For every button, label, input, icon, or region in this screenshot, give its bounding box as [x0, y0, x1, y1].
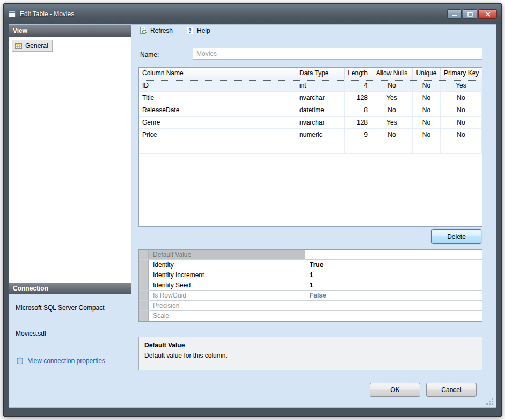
cell-primary-key[interactable]: No: [441, 104, 482, 116]
cell-length[interactable]: 9: [345, 129, 371, 141]
cell-unique[interactable]: No: [413, 92, 441, 104]
property-row-indicator: [139, 270, 149, 280]
property-row-indicator: [139, 250, 149, 259]
sidebar: View General Connection Microsoft SQL Se…: [9, 25, 131, 407]
cell-primary-key[interactable]: No: [441, 92, 482, 104]
cell-length[interactable]: 8: [345, 104, 371, 116]
grid-header-allow-nulls[interactable]: Allow Nulls: [371, 68, 413, 79]
property-value[interactable]: 1: [305, 270, 482, 280]
cell-length[interactable]: 128: [345, 117, 371, 128]
grid-header-column-name[interactable]: Column Name: [139, 68, 296, 79]
grid-header-length[interactable]: Length: [345, 68, 371, 79]
cell-name[interactable]: ReleaseDate: [139, 104, 296, 116]
connection-section-header: Connection: [9, 283, 131, 294]
cell-allow-nulls[interactable]: Yes: [371, 92, 413, 104]
columns-grid-header: Column Name Data Type Length Allow Nulls…: [139, 68, 482, 79]
cell-allow-nulls[interactable]: Yes: [371, 117, 413, 128]
connection-section: Microsoft SQL Server Compact Movies.sdf …: [9, 294, 131, 407]
description-text: Default value for this column.: [144, 352, 477, 359]
property-row-identity-seed[interactable]: Identity Seed1: [139, 280, 482, 291]
property-label: Default Value: [149, 250, 305, 259]
cell-primary-key[interactable]: No: [441, 117, 482, 128]
cell-primary-key[interactable]: No: [441, 129, 482, 141]
cell-name[interactable]: ID: [139, 79, 296, 91]
property-row-indicator: [139, 280, 149, 290]
property-row-indicator: [139, 301, 149, 310]
dialog-content: View General Connection Microsoft SQL Se…: [9, 24, 496, 408]
property-row-identity[interactable]: IdentityTrue: [139, 260, 482, 270]
cell-unique[interactable]: No: [413, 104, 441, 116]
table-name-input[interactable]: [193, 48, 482, 60]
minimize-icon: [452, 12, 457, 17]
cell-unique[interactable]: [413, 141, 441, 153]
cell-type[interactable]: int: [296, 79, 345, 91]
property-label: Precision: [149, 301, 305, 310]
cell-name[interactable]: Price: [139, 129, 296, 141]
cell-unique[interactable]: No: [413, 79, 441, 91]
cell-length[interactable]: 4: [345, 79, 371, 91]
view-section-header: View: [9, 25, 131, 37]
cell-primary-key[interactable]: Yes: [441, 79, 482, 91]
property-value: [305, 301, 482, 310]
help-button[interactable]: ? Help: [184, 26, 213, 35]
edit-table-dialog: Edit Table - Movies View General Connect: [3, 3, 502, 417]
column-row-title[interactable]: Titlenvarchar128YesNoNo: [139, 92, 482, 104]
cell-length[interactable]: [345, 141, 371, 153]
refresh-button[interactable]: Refresh: [137, 26, 175, 35]
column-row-price[interactable]: Pricenumeric9NoNoNo: [139, 129, 482, 141]
property-row-indicator: [139, 260, 149, 270]
cell-name[interactable]: [139, 141, 296, 153]
property-label: Identity: [149, 260, 305, 270]
cancel-button[interactable]: Cancel: [426, 383, 477, 397]
close-icon: [485, 12, 491, 17]
cell-allow-nulls[interactable]: No: [371, 79, 413, 91]
cell-allow-nulls[interactable]: No: [371, 104, 413, 116]
cell-primary-key[interactable]: [441, 141, 482, 153]
cell-allow-nulls[interactable]: [371, 141, 413, 153]
property-value[interactable]: True: [305, 260, 482, 270]
ok-button[interactable]: OK: [370, 383, 420, 397]
cell-type[interactable]: [296, 141, 345, 153]
property-label: Is RowGuid: [149, 291, 305, 300]
cell-name[interactable]: Genre: [139, 117, 296, 128]
property-row-default-value: Default Value: [139, 250, 482, 260]
close-button[interactable]: [478, 9, 497, 19]
column-row-genre[interactable]: Genrenvarchar128YesNoNo: [139, 117, 482, 129]
cell-type[interactable]: numeric: [296, 129, 345, 141]
maximize-button[interactable]: [463, 9, 477, 19]
cell-allow-nulls[interactable]: No: [371, 129, 413, 141]
svg-text:?: ?: [188, 28, 192, 34]
cell-unique[interactable]: No: [413, 117, 441, 128]
property-value: [305, 311, 482, 321]
properties-grid: Default ValueIdentityTrueIdentity Increm…: [138, 249, 482, 322]
delete-button[interactable]: Delete: [431, 229, 481, 244]
property-row-indicator: [139, 291, 149, 300]
sidebar-item-general[interactable]: General: [12, 40, 53, 52]
view-connection-properties-link[interactable]: View connection properties: [28, 357, 105, 365]
grid-header-primary-key[interactable]: Primary Key: [441, 68, 482, 79]
property-row-identity-increment[interactable]: Identity Increment1: [139, 270, 482, 280]
minimize-button[interactable]: [447, 9, 462, 19]
description-title: Default Value: [144, 342, 477, 349]
property-row-precision: Precision: [139, 301, 482, 311]
cell-type[interactable]: nvarchar: [296, 92, 345, 104]
cell-type[interactable]: datetime: [296, 104, 345, 116]
help-label: Help: [197, 27, 210, 34]
cell-name[interactable]: Title: [139, 92, 296, 104]
cell-unique[interactable]: No: [413, 129, 441, 141]
cell-length[interactable]: 128: [345, 92, 371, 104]
resize-grip[interactable]: [486, 398, 494, 405]
grid-header-data-type[interactable]: Data Type: [296, 68, 345, 79]
titlebar[interactable]: Edit Table - Movies: [4, 4, 501, 24]
toolbar: Refresh ? Help: [131, 25, 496, 37]
property-value: [305, 250, 482, 259]
cell-type[interactable]: nvarchar: [296, 117, 345, 128]
help-icon: ?: [186, 26, 194, 35]
property-value[interactable]: 1: [305, 280, 482, 290]
grid-header-unique[interactable]: Unique: [413, 68, 441, 79]
column-row-releasedate[interactable]: ReleaseDatedatetime8NoNoNo: [139, 104, 482, 117]
refresh-label: Refresh: [150, 27, 173, 34]
column-row-id[interactable]: IDint4NoNoYes: [139, 79, 482, 92]
name-label: Name:: [140, 51, 159, 59]
column-row-new[interactable]: [139, 141, 482, 154]
